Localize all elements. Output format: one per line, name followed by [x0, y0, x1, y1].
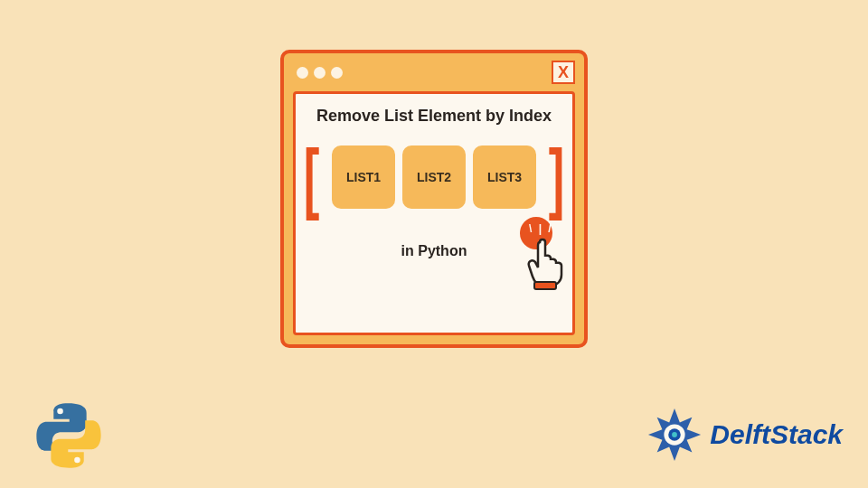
svg-point-2: [74, 457, 80, 464]
svg-rect-0: [534, 282, 556, 289]
list-item-label: LIST1: [346, 170, 381, 184]
list-item: LIST2: [402, 145, 466, 209]
window-dot: [297, 67, 308, 79]
close-icon: X: [558, 63, 569, 82]
list-item: LIST3: [473, 145, 536, 209]
list-item: LIST1: [332, 145, 395, 209]
pointer-hand-icon: [522, 233, 572, 291]
window-dots: [297, 67, 343, 79]
window-titlebar: X: [284, 53, 584, 91]
brand: DelftStack: [646, 407, 843, 463]
right-bracket-icon: ]: [549, 149, 565, 205]
svg-point-5: [672, 432, 677, 437]
heading-text: Remove List Element by Index: [316, 107, 552, 126]
browser-window: X Remove List Element by Index [ LIST1 L…: [280, 50, 588, 348]
list-item-label: LIST2: [417, 170, 451, 184]
close-button[interactable]: X: [552, 61, 575, 84]
brand-logo-icon: [646, 407, 703, 463]
svg-point-1: [57, 408, 63, 415]
list-row: [ LIST1 LIST2 LIST3 ]: [298, 145, 571, 209]
window-dot: [314, 67, 326, 79]
subtitle-text: in Python: [401, 243, 467, 259]
brand-name: DelftStack: [710, 419, 843, 450]
window-dot: [331, 67, 343, 79]
python-logo-icon: [33, 399, 105, 472]
left-bracket-icon: [: [304, 149, 320, 205]
window-content: Remove List Element by Index [ LIST1 LIS…: [293, 91, 575, 335]
list-item-label: LIST3: [487, 170, 522, 184]
click-cursor: \ | /: [514, 217, 580, 296]
